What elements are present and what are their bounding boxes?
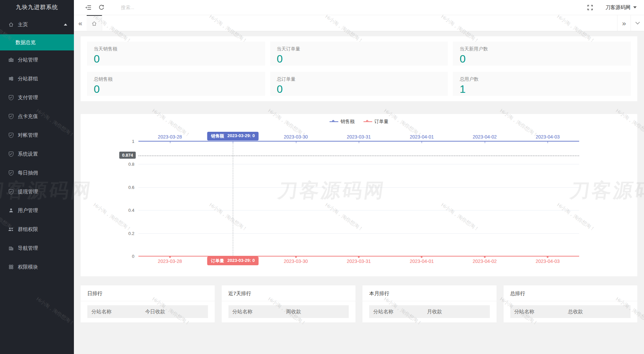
- shield-check-icon: [8, 95, 14, 101]
- y-tick-label: 0.4: [128, 208, 134, 213]
- legend-line-icon: [330, 120, 338, 123]
- rankings-row: 日排行 分站名称 今日收款 近7天排行 分站名称 周收款 本月排行 分站名称 月…: [81, 285, 637, 322]
- rank-panel-total: 总排行 分站名称 总收款: [504, 285, 638, 322]
- x-date-label: 2023-04-01: [410, 259, 434, 264]
- axis-tick: [485, 142, 485, 143]
- x-date-label: 2023-04-03: [536, 134, 560, 140]
- legend-line-icon: [363, 120, 372, 123]
- data-point[interactable]: [484, 256, 485, 258]
- shield-check-icon: [8, 114, 14, 119]
- columns-icon: [8, 57, 14, 63]
- tabs-scroll-left-icon[interactable]: «: [74, 15, 87, 31]
- legend-label: 订单量: [375, 119, 389, 125]
- x-date-label: 2023-03-31: [347, 134, 371, 140]
- sidebar-item-label: 系统设置: [18, 151, 38, 157]
- tabs-menu-icon[interactable]: [631, 15, 644, 31]
- sidebar-item-payment-manage[interactable]: 支付管理: [0, 88, 74, 107]
- stat-card-total-orders: 总订单量 0: [270, 72, 448, 96]
- rank-col-site-name: 分站名称: [369, 309, 427, 315]
- sidebar-item-substation-manage[interactable]: 分站管理: [0, 50, 74, 69]
- sidebar-item-group-permissions[interactable]: 群组权限: [0, 220, 74, 239]
- sidebar-item-label: 对帐管理: [18, 132, 38, 139]
- gridline: [138, 187, 579, 188]
- chart-legend: 销售额 订单量: [81, 119, 637, 125]
- main-area: 刀客源码网 « » 当天销售额 0 当天订单量 0: [74, 0, 644, 354]
- chart-plot-area: 1 0.8 0.6 0.4 0.2 0 0.874: [138, 141, 579, 256]
- rank-col-site-name: 分站名称: [87, 309, 145, 315]
- sidebar-item-label: 数据总览: [15, 39, 36, 46]
- sidebar-item-label: 分站管理: [18, 57, 38, 63]
- sidebar-item-label: 提现管理: [18, 189, 38, 195]
- rank-col-site-name: 分站名称: [228, 309, 286, 315]
- rank-title: 本月排行: [362, 285, 497, 301]
- fullscreen-icon[interactable]: [583, 0, 597, 15]
- stat-label: 总用户数: [460, 76, 624, 82]
- sidebar-item-user-manage[interactable]: 用户管理: [0, 201, 74, 220]
- stat-label: 当天订单量: [277, 46, 441, 52]
- x-date-label: 2023-03-28: [158, 134, 182, 140]
- data-point[interactable]: [295, 256, 297, 258]
- x-date-label: 2023-04-01: [410, 134, 434, 140]
- legend-item-sales[interactable]: 销售额: [330, 119, 355, 125]
- stat-value: 0: [277, 53, 441, 64]
- tooltip-series-name: 销售额: [211, 133, 224, 139]
- tooltip-series-name: 订单量: [211, 258, 224, 264]
- data-point[interactable]: [358, 256, 360, 258]
- stat-card-today-new-users: 当天新用户数 0: [453, 42, 631, 66]
- sidebar-item-data-overview[interactable]: 数据总览: [0, 34, 74, 50]
- collapse-sidebar-icon[interactable]: [81, 0, 95, 15]
- y-tick-label: 0.8: [128, 162, 134, 167]
- sidebar-item-navigation-manage[interactable]: 导航管理: [0, 239, 74, 258]
- x-date-label: 2023-04-02: [473, 134, 497, 140]
- tab-home[interactable]: [87, 15, 102, 31]
- sidebar-item-home[interactable]: 主页: [0, 15, 74, 34]
- axis-tick: [170, 142, 170, 143]
- sliders-icon: [8, 76, 14, 82]
- sidebar: 九块九进群系统 主页 数据总览 分站管理 分站群组 支付管理 点卡充值 对帐管理: [0, 0, 74, 354]
- data-point[interactable]: [547, 256, 549, 258]
- tabbar: « »: [74, 15, 644, 31]
- tabs-scroll-right-icon[interactable]: »: [617, 15, 631, 31]
- rank-table-header: 分站名称 今日收款: [87, 305, 208, 318]
- rank-table-header: 分站名称 周收款: [228, 305, 349, 318]
- gridline: [138, 233, 579, 234]
- refresh-icon[interactable]: [95, 0, 108, 15]
- legend-item-orders[interactable]: 订单量: [363, 119, 389, 125]
- markline-value-badge: 0.874: [119, 152, 136, 159]
- tooltip-value: 2023-03-29: 0: [227, 258, 255, 264]
- axis-tick: [296, 142, 296, 143]
- y-tick-label: 0.6: [128, 185, 134, 190]
- x-date-label: 2023-03-30: [284, 134, 308, 140]
- data-point[interactable]: [421, 256, 423, 258]
- sidebar-item-label: 导航管理: [18, 245, 38, 251]
- sidebar-item-permission-modules[interactable]: 权限模块: [0, 258, 74, 276]
- rank-col-amount: 总收款: [568, 309, 583, 315]
- stat-card-today-sales: 当天销售额 0: [87, 42, 265, 66]
- axis-tick: [359, 142, 359, 143]
- sidebar-item-reconciliation[interactable]: 对帐管理: [0, 126, 74, 145]
- sidebar-item-substation-groups[interactable]: 分站群组: [0, 69, 74, 88]
- stat-label: 当天新用户数: [460, 46, 624, 52]
- data-point[interactable]: [169, 256, 171, 258]
- sidebar-item-system-settings[interactable]: 系统设置: [0, 145, 74, 163]
- home-tab-icon: [91, 21, 97, 26]
- rank-title: 总排行: [504, 285, 638, 301]
- x-date-label: 2023-03-28: [158, 259, 182, 264]
- rank-title: 日排行: [81, 285, 215, 301]
- stat-label: 总订单量: [277, 76, 441, 82]
- axis-tick: [233, 142, 233, 143]
- search-input[interactable]: [121, 5, 208, 10]
- shield-check-icon: [8, 151, 14, 157]
- y-tick-label: 0.2: [128, 231, 134, 236]
- stat-value: 1: [460, 84, 624, 94]
- rank-col-amount: 今日收款: [145, 309, 165, 315]
- sidebar-item-withdrawal-manage[interactable]: 提现管理: [0, 182, 74, 201]
- gridline: [138, 210, 579, 210]
- user-menu[interactable]: 刀客源码网: [605, 4, 637, 11]
- gridline: [138, 164, 579, 164]
- sidebar-item-card-recharge[interactable]: 点卡充值: [0, 107, 74, 126]
- x-date-label: 2023-04-02: [473, 259, 497, 264]
- sidebar-item-daily-commission[interactable]: 每日抽佣: [0, 163, 74, 182]
- stat-value: 0: [277, 84, 441, 94]
- tooltip-value: 2023-03-29: 0: [227, 133, 255, 139]
